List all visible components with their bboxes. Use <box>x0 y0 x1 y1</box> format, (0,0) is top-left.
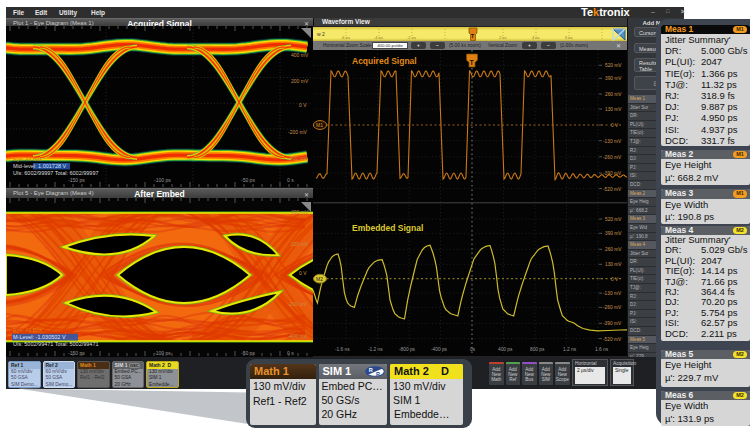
svg-text:2 ns: 2 ns <box>499 35 507 40</box>
svg-text:-800 ps: -800 ps <box>399 347 416 352</box>
svg-text:-130 mV: -130 mV <box>603 291 622 296</box>
svg-text:T: T <box>470 59 475 66</box>
svg-text:0s: 0s <box>470 347 476 352</box>
svg-text:-400 ps: -400 ps <box>431 347 448 352</box>
svg-text:200 mV: 200 mV <box>291 241 309 247</box>
svg-text:-390 mV: -390 mV <box>603 171 622 176</box>
svg-text:-520 mV: -520 mV <box>603 187 622 192</box>
svg-text:Acquired Signal: Acquired Signal <box>352 56 417 66</box>
svg-text:400 ps: 400 ps <box>498 347 513 352</box>
svg-text:R: R <box>376 371 380 377</box>
svg-text:R: R <box>368 367 372 373</box>
svg-text:0 s: 0 s <box>287 177 294 183</box>
svg-text:-200 mV: -200 mV <box>288 129 308 135</box>
svg-text:-200 mV: -200 mV <box>288 301 308 307</box>
svg-text:-150 ps: -150 ps <box>68 177 85 183</box>
svg-text:800 ps: 800 ps <box>530 347 545 352</box>
svg-text:130 mV: 130 mV <box>605 107 622 112</box>
svg-text:-50 ps: -50 ps <box>241 177 255 183</box>
svg-text:UIs: 5002/99471 Total: 50: UIs: 5002/99471 Total: 5002/99471 <box>13 341 99 347</box>
svg-text:Mid-level: 1.001728 V: Mid-level: 1.001728 V <box>13 163 67 169</box>
svg-text:-6 ns: -6 ns <box>341 35 350 40</box>
svg-text:0 s: 0 s <box>287 350 294 356</box>
svg-text:-520 mV: -520 mV <box>603 337 622 342</box>
svg-text:-150 ps: -150 ps <box>68 350 85 356</box>
svg-text:-130 mV: -130 mV <box>603 139 622 144</box>
svg-text:0 V: 0 V <box>611 123 619 128</box>
svg-text:M-Level: -1.030502 V: M-Level: -1.030502 V <box>13 334 66 340</box>
svg-text:260 mV: 260 mV <box>605 247 622 252</box>
svg-text:Embedded Signal: Embedded Signal <box>352 223 423 233</box>
svg-text:Eye: All Bits: Eye: All Bits <box>13 327 42 333</box>
svg-text:520 mV: 520 mV <box>605 63 622 68</box>
svg-text:400 mV: 400 mV <box>291 209 309 215</box>
svg-text:390 mV: 390 mV <box>605 76 622 81</box>
svg-text:1.2 ns: 1.2 ns <box>563 347 577 352</box>
svg-text:1.6 ns: 1.6 ns <box>595 347 609 352</box>
svg-text:-260 mV: -260 mV <box>603 305 622 310</box>
svg-text:-400 mV: -400 mV <box>288 155 308 161</box>
svg-text:520 mV: 520 mV <box>605 217 622 222</box>
svg-text:-1.2 ns: -1.2 ns <box>368 347 383 352</box>
svg-text:UIs: 6002/99997 Total: 60: UIs: 6002/99997 Total: 6002/99997 <box>13 170 99 176</box>
svg-text:Eye: All Bits: Eye: All Bits <box>13 156 42 162</box>
svg-text:400 mV: 400 mV <box>291 52 309 58</box>
svg-text:-1.6 ns: -1.6 ns <box>335 347 350 352</box>
svg-text:390 mV: 390 mV <box>605 231 622 236</box>
svg-text:130 mV: 130 mV <box>605 262 622 267</box>
svg-text:-400 mV: -400 mV <box>288 333 308 339</box>
svg-text:6 ns: 6 ns <box>565 35 573 40</box>
svg-text:M2: M2 <box>316 276 323 282</box>
svg-text:4 ns: 4 ns <box>532 35 540 40</box>
svg-text:-2 ns: -2 ns <box>407 35 416 40</box>
svg-text:0 V: 0 V <box>611 277 619 282</box>
svg-text:0 V: 0 V <box>299 270 307 276</box>
svg-text:M1: M1 <box>316 122 323 128</box>
svg-text:260 mV: 260 mV <box>605 92 622 97</box>
svg-text:0 V: 0 V <box>299 102 307 108</box>
svg-text:-260 mV: -260 mV <box>603 155 622 160</box>
svg-text:-100 ps: -100 ps <box>154 177 171 183</box>
svg-text:-390 mV: -390 mV <box>603 321 622 326</box>
svg-text:-4 ns: -4 ns <box>374 35 383 40</box>
svg-text:200 mV: 200 mV <box>291 78 309 84</box>
